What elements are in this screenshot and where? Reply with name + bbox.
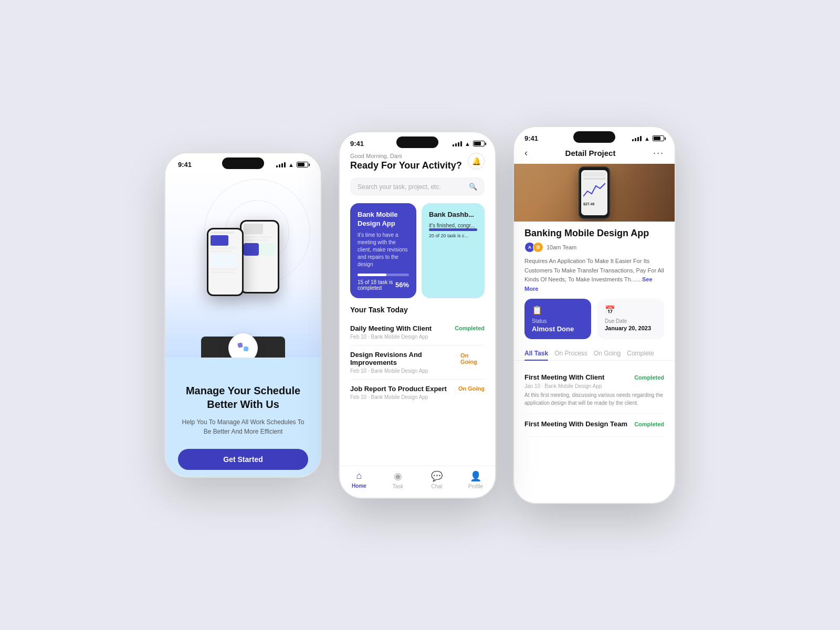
- tab-complete[interactable]: Complete: [627, 346, 660, 360]
- card1-stats: 15 of 18 task is completed 56%: [358, 279, 409, 291]
- project-description: Requires An Application To Make It Easie…: [514, 257, 675, 299]
- task-1-badge: On Going: [460, 352, 485, 365]
- signal-icon: [276, 162, 286, 167]
- phone1-status-icons: ▲: [276, 162, 308, 168]
- task-0-name: Daily Meeting With Client: [350, 324, 432, 332]
- info-cards: 📋 Status Almost Done 📅 Due Date January …: [514, 299, 675, 346]
- task-list: Daily Meeting With Client Completed Feb …: [340, 319, 495, 405]
- ready-heading: Ready For Your Activity?: [350, 160, 462, 171]
- logo-icon: [236, 341, 250, 355]
- status-value: Almost Done: [532, 325, 584, 333]
- due-date-card: 📅 Due Date January 20, 2023: [597, 299, 664, 339]
- wifi-icon-3: ▲: [644, 135, 650, 142]
- section-title-tasks: Your Task Today: [340, 306, 495, 319]
- notification-bell[interactable]: 🔔: [468, 153, 485, 170]
- task-0-sub: Feb 10 · Bank Mobile Design App: [350, 334, 485, 340]
- nav-task[interactable]: ◉ Task: [379, 470, 417, 489]
- get-started-button[interactable]: Get Started: [178, 449, 308, 470]
- card2-title: Bank Dashb...: [429, 211, 477, 219]
- tab-on-process[interactable]: On Process: [554, 346, 594, 360]
- detail-task-list: First Meeting With Client Completed Jan …: [514, 367, 675, 437]
- nav-profile[interactable]: 👤 Profile: [456, 470, 495, 489]
- detail-task-1[interactable]: First Meeting With Design Team Completed: [524, 414, 664, 437]
- detail-project-title: Detail Project: [565, 149, 616, 158]
- card2-stats: 20 of 20 task is c...: [429, 233, 477, 238]
- team-avatars: A B: [524, 242, 543, 253]
- nav-chat-label: Chat: [431, 484, 442, 489]
- team-row: A B 10am Team: [514, 242, 675, 257]
- search-icon: 🔍: [469, 183, 477, 191]
- battery-icon: [297, 162, 308, 167]
- wifi-icon-2: ▲: [465, 141, 470, 147]
- task-icon: ◉: [394, 470, 402, 482]
- card-bank-dashboard[interactable]: Bank Dashb... it's finished, congr... 20…: [422, 203, 485, 298]
- task-0-badge: Completed: [455, 325, 485, 331]
- phone3-nav: ‹ Detail Project ···: [514, 142, 675, 164]
- mini-phone-left: [207, 228, 244, 296]
- nav-profile-label: Profile: [468, 484, 483, 489]
- card1-desc: it's time to have a meeting with the cli…: [358, 232, 409, 268]
- project-image: $27.46: [514, 164, 675, 222]
- home-icon: ⌂: [356, 470, 362, 481]
- task-item-2[interactable]: Job Report To Product Expert On Going Fe…: [350, 380, 485, 405]
- phone1-time: 9:41: [178, 161, 192, 169]
- task-2-sub: Feb 10 · Bank Mobile Design App: [350, 394, 485, 400]
- nav-chat[interactable]: 💬 Chat: [417, 470, 456, 489]
- status-label: Status: [532, 318, 584, 324]
- svg-rect-0: [237, 342, 243, 348]
- mini-phone-right: [240, 220, 279, 293]
- battery-icon-3: [653, 135, 664, 141]
- progress-bar-fill: [358, 274, 386, 276]
- card2-desc: it's finished, congr...: [429, 223, 477, 228]
- tab-all-task[interactable]: All Task: [524, 346, 554, 360]
- phone1-bottom: Manage Your Schedule Better With Us Help…: [165, 358, 321, 478]
- dynamic-island-3: [573, 131, 615, 143]
- phone3-status-icons: ▲: [632, 135, 664, 142]
- calendar-icon: 📅: [605, 305, 657, 315]
- phone3-time: 9:41: [524, 134, 538, 142]
- more-options-button[interactable]: ···: [653, 148, 664, 159]
- wifi-icon: ▲: [288, 162, 294, 168]
- phone-onboarding: 9:41 ▲: [164, 152, 322, 478]
- detail-task-0[interactable]: First Meeting With Client Completed Jan …: [524, 367, 664, 414]
- onboarding-subtitle: Help You To Manage All Work Schedules To…: [178, 417, 308, 436]
- card-bank-mobile[interactable]: Bank Mobile Design App it's time to have…: [350, 203, 416, 298]
- avatar-2: B: [533, 242, 543, 253]
- search-placeholder: Search your task, project, etc.: [358, 183, 441, 191]
- nav-home[interactable]: ⌂ Home: [340, 470, 379, 489]
- profile-icon: 👤: [470, 470, 481, 482]
- phone-in-image: $27.46: [579, 166, 610, 219]
- chart-svg: [583, 181, 605, 199]
- progress-bar-wrap: [358, 274, 409, 276]
- greeting-text: Good Morning, Dani: [350, 153, 462, 159]
- task-2-name: Job Report To Product Expert: [350, 385, 447, 393]
- detail-task-1-name: First Meeting With Design Team: [524, 420, 627, 428]
- chat-icon: 💬: [431, 470, 443, 482]
- team-name: 10am Team: [547, 244, 576, 250]
- svg-rect-1: [244, 346, 249, 352]
- nav-home-label: Home: [352, 483, 366, 489]
- back-button[interactable]: ‹: [524, 148, 528, 159]
- task-item-0[interactable]: Daily Meeting With Client Completed Feb …: [350, 319, 485, 345]
- phone-detail: 9:41 ▲ ‹ Detail Project ···: [513, 126, 676, 504]
- task-1-sub: Feb 10 · Bank Mobile Design App: [350, 368, 485, 374]
- battery-icon-2: [473, 141, 485, 146]
- detail-task-0-sub: Jan 10 · Bank Mobile Design App: [524, 383, 664, 389]
- card1-title: Bank Mobile Design App: [358, 211, 409, 228]
- detail-task-0-name: First Meeting With Client: [524, 373, 604, 381]
- task-item-1[interactable]: Design Revisions And Improvements On Goi…: [350, 345, 485, 380]
- phone2-header: Good Morning, Dani Ready For Your Activi…: [340, 148, 495, 177]
- nav-task-label: Task: [393, 484, 404, 489]
- phone2-status-icons: ▲: [453, 141, 485, 147]
- tab-on-going[interactable]: On Going: [594, 346, 627, 360]
- bottom-nav: ⌂ Home ◉ Task 💬 Chat 👤 Profile: [340, 466, 495, 498]
- onboarding-title: Manage Your Schedule Better With Us: [178, 384, 308, 411]
- detail-task-1-badge: Completed: [634, 421, 664, 427]
- dynamic-island-2: [396, 136, 438, 148]
- due-date-value: January 20, 2023: [605, 325, 657, 331]
- dynamic-island-1: [222, 158, 264, 169]
- task-1-name: Design Revisions And Improvements: [350, 351, 460, 366]
- signal-icon-3: [632, 136, 642, 141]
- search-bar[interactable]: Search your task, project, etc. 🔍: [350, 177, 485, 196]
- detail-task-0-badge: Completed: [634, 374, 664, 381]
